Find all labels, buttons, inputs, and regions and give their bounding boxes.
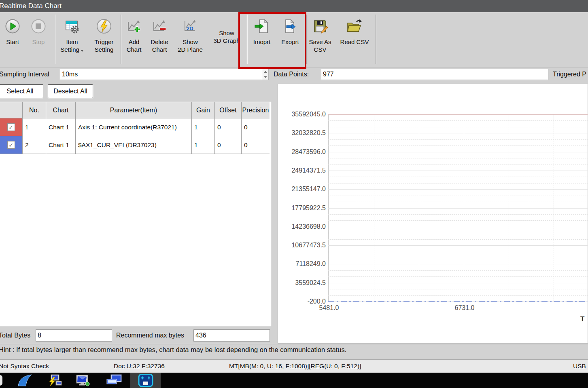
y-tick: 35592045.0 [278,110,326,118]
y-tick: 28473596.0 [278,148,326,156]
toolbar: Start Stop Item Setting Trigger Set [0,12,588,68]
sampling-interval-label: Sampling Interval [0,69,49,80]
y-tick: 17795922.5 [278,204,326,212]
trigger-setting-button[interactable]: Trigger Setting [89,13,119,66]
y-tick: 7118249.0 [278,260,326,268]
table-row[interactable]: 1 Chart 1 Axis 1: Current coordinate(R37… [0,118,270,136]
save-as-csv-button[interactable]: Save As CSV [308,13,332,66]
row-color-cell [0,136,23,154]
row-checkbox[interactable] [7,141,15,149]
total-bytes-input[interactable] [36,329,112,342]
save-csv-icon [312,17,328,36]
spinner-down-icon[interactable] [262,74,268,80]
sampling-interval-spinner[interactable] [262,69,269,80]
stop-button[interactable]: Stop [28,13,49,66]
gridline [328,264,588,264]
y-tick: 14236698.0 [278,223,326,231]
window-title: Realtime Data Chart [0,0,62,12]
header-checkbox [0,102,23,118]
syntax-status: Not Syntax Check [0,360,49,373]
table-header-row: No. Chart Parameter(Item) Gain Offset Pr… [0,102,270,118]
realtime-data-chart-window: { "window": { "title": "Realtime Data Ch… [0,0,588,388]
x-tick: 5481.0 [319,304,339,312]
taskbar-item-input-devices[interactable] [104,373,125,388]
table-row[interactable]: 2 Chart 1 $AX1_CUR_VEL(DR37023) 1 0 0 [0,136,270,154]
read-csv-button[interactable]: Read CSV [337,13,372,66]
gridline [328,177,588,177]
read-csv-icon [346,17,363,36]
svg-text:2D: 2D [187,25,193,32]
gridline [328,276,588,277]
item-setting-icon [64,17,80,36]
chart-panel: 35592045.0 32032820.5 28473596.0 2491437… [278,84,588,344]
taskbar-item-remote-connection[interactable] [46,373,64,388]
sampling-interval-input[interactable] [60,69,262,80]
gridline [328,289,588,289]
y-tick: 24914371.5 [278,167,326,175]
play-icon [5,17,20,36]
header-chart: Chart [46,102,76,118]
gridline [328,295,588,296]
trigger-setting-icon [96,17,112,36]
gridline [328,171,588,171]
start-button[interactable]: Start [3,13,22,66]
select-all-button[interactable]: Select All [0,84,43,98]
x-tick: 6731.0 [455,304,475,312]
gridline [509,114,509,302]
doc-status: Doc U:32 F:32736 [114,360,165,373]
plc-monitor-app-icon [138,374,153,387]
y-tick: -200.0 [278,297,326,306]
taskbar-item-plc-monitor-app[interactable] [130,373,161,388]
delete-chart-icon [152,17,167,36]
display-settings-icon [76,374,91,387]
export-icon [282,17,298,36]
gridline [328,239,588,240]
gridline [328,220,588,221]
recommend-max-bytes-input[interactable] [193,329,270,342]
items-table: No. Chart Parameter(Item) Gain Offset Pr… [0,102,271,326]
header-no: No. [23,102,46,118]
title-bar: Realtime Data Chart [0,0,588,12]
total-bytes-label: Total Bytes [0,329,30,342]
usb-status: USB [573,360,586,373]
export-button[interactable]: Exoprt [278,13,302,66]
delete-chart-button[interactable]: Delete Chart [147,13,172,66]
gridline [328,252,588,252]
gridline [464,114,464,302]
hint-text: Hint : If total bytes larger than recomm… [0,346,346,354]
gridline [328,227,588,227]
gridline [328,133,588,133]
gridline [328,152,588,152]
plot-area [328,114,588,302]
import-icon [254,17,270,36]
add-chart-button[interactable]: Add Chart [123,13,145,66]
memory-status: MT[MB(M: 0, U: 16, F:1008)][REG(U: 0, F:… [229,360,361,373]
divider [0,344,588,344]
gridline [328,202,588,202]
show-2d-plane-icon: 2D [183,17,198,36]
gridline [374,114,374,302]
show-2d-plane-button[interactable]: 2D Show 2D Plane [175,13,206,66]
row-checkbox[interactable] [7,123,15,131]
import-button[interactable]: Imoprt [250,13,274,66]
header-parameter: Parameter(Item) [76,102,192,118]
taskbar-item-wireshark[interactable] [15,373,35,388]
spinner-up-icon[interactable] [262,69,268,74]
toolbar-separator [121,15,121,64]
stop-icon [31,17,46,36]
windows-start-icon[interactable] [0,375,2,386]
deselect-all-button[interactable]: Deselect All [48,84,93,98]
toolbar-separator [376,15,376,64]
gridline [328,245,588,246]
gridline [328,233,588,233]
header-offset: Offset [215,102,242,118]
show-3d-graph-button[interactable]: Show 3D Graph [209,13,244,66]
taskbar [0,373,588,388]
taskbar-item-display-settings[interactable] [74,373,92,388]
data-points-input[interactable] [321,69,548,80]
gridline [328,189,588,190]
gridline [419,114,419,302]
item-setting-button[interactable]: Item Setting [58,13,86,66]
header-precision: Precision [242,102,270,118]
remote-connection-icon [48,374,62,387]
